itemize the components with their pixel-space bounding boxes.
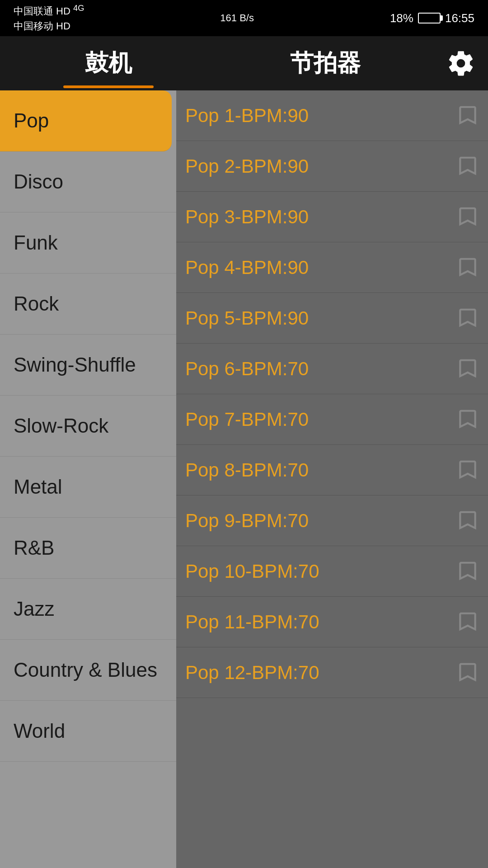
system-status: 18% 16:55	[390, 11, 474, 25]
battery-icon	[418, 13, 441, 24]
beat-name-12: Pop 12-BPM:70	[185, 662, 456, 684]
carrier2-label: 中国移动 HD	[14, 19, 84, 33]
beat-item-11[interactable]: Pop 11-BPM:70	[176, 597, 488, 647]
beat-name-9: Pop 9-BPM:70	[185, 510, 456, 532]
bookmark-icon-10[interactable]	[456, 559, 479, 584]
beat-item-7[interactable]: Pop 7-BPM:70	[176, 394, 488, 445]
genre-item-jazz[interactable]: Jazz	[0, 579, 176, 640]
beat-item-2[interactable]: Pop 2-BPM:90	[176, 141, 488, 192]
beat-item-12[interactable]: Pop 12-BPM:70	[176, 647, 488, 698]
beat-name-11: Pop 11-BPM:70	[185, 611, 456, 633]
genre-item-country-blues[interactable]: Country & Blues	[0, 640, 176, 701]
network-speed: 161 B/s	[220, 12, 254, 24]
genre-item-rnb[interactable]: R&B	[0, 518, 176, 579]
bookmark-icon-11[interactable]	[456, 609, 479, 634]
status-bar: 中国联通 HD 4G 中国移动 HD 161 B/s 18% 16:55	[0, 0, 488, 36]
beat-item-1[interactable]: Pop 1-BPM:90	[176, 90, 488, 141]
carrier-info: 中国联通 HD 4G 中国移动 HD	[14, 3, 84, 33]
beat-name-5: Pop 5-BPM:90	[185, 307, 456, 329]
bookmark-icon-6[interactable]	[456, 356, 479, 381]
beat-name-8: Pop 8-BPM:70	[185, 459, 456, 481]
beat-name-1: Pop 1-BPM:90	[185, 105, 456, 127]
bookmark-icon-8[interactable]	[456, 458, 479, 482]
bookmark-icon-3[interactable]	[456, 204, 479, 229]
genre-item-world[interactable]: World	[0, 701, 176, 762]
beat-item-10[interactable]: Pop 10-BPM:70	[176, 546, 488, 597]
genre-item-pop[interactable]: Pop	[0, 90, 172, 151]
gear-icon	[446, 49, 475, 78]
genre-item-rock[interactable]: Rock	[0, 274, 176, 335]
app-header: 鼓机 节拍器	[0, 36, 488, 90]
bookmark-icon-12[interactable]	[456, 660, 479, 685]
beat-name-10: Pop 10-BPM:70	[185, 561, 456, 582]
main-content: PopDiscoFunkRockSwing-ShuffleSlow-RockMe…	[0, 90, 488, 868]
beat-item-8[interactable]: Pop 8-BPM:70	[176, 445, 488, 495]
time-label: 16:55	[445, 11, 474, 25]
tab-metronome[interactable]: 节拍器	[217, 38, 434, 88]
bookmark-icon-7[interactable]	[456, 407, 479, 432]
beat-name-3: Pop 3-BPM:90	[185, 206, 456, 228]
genre-item-funk[interactable]: Funk	[0, 212, 176, 274]
bookmark-icon-1[interactable]	[456, 103, 479, 128]
genre-item-metal[interactable]: Metal	[0, 457, 176, 518]
beat-item-9[interactable]: Pop 9-BPM:70	[176, 495, 488, 546]
beat-item-6[interactable]: Pop 6-BPM:70	[176, 344, 488, 394]
carrier1-label: 中国联通 HD 4G	[14, 3, 84, 18]
tab-drum-machine[interactable]: 鼓机	[0, 38, 217, 88]
genre-item-slow-rock[interactable]: Slow-Rock	[0, 396, 176, 457]
beat-name-6: Pop 6-BPM:70	[185, 358, 456, 380]
speed-label: 161 B/s	[220, 12, 254, 24]
genre-item-swing-shuffle[interactable]: Swing-Shuffle	[0, 335, 176, 396]
settings-button[interactable]	[434, 49, 488, 78]
beat-item-4[interactable]: Pop 4-BPM:90	[176, 242, 488, 293]
genre-item-disco[interactable]: Disco	[0, 151, 176, 212]
beat-name-4: Pop 4-BPM:90	[185, 257, 456, 278]
beat-item-5[interactable]: Pop 5-BPM:90	[176, 293, 488, 344]
beat-list: Pop 1-BPM:90Pop 2-BPM:90Pop 3-BPM:90Pop …	[176, 90, 488, 868]
bookmark-icon-2[interactable]	[456, 154, 479, 179]
beat-name-7: Pop 7-BPM:70	[185, 409, 456, 430]
beat-name-2: Pop 2-BPM:90	[185, 156, 456, 177]
bookmark-icon-5[interactable]	[456, 306, 479, 330]
bookmark-icon-9[interactable]	[456, 508, 479, 533]
genre-sidebar: PopDiscoFunkRockSwing-ShuffleSlow-RockMe…	[0, 90, 176, 868]
bookmark-icon-4[interactable]	[456, 255, 479, 280]
battery-percent: 18%	[390, 11, 413, 25]
beat-item-3[interactable]: Pop 3-BPM:90	[176, 192, 488, 242]
